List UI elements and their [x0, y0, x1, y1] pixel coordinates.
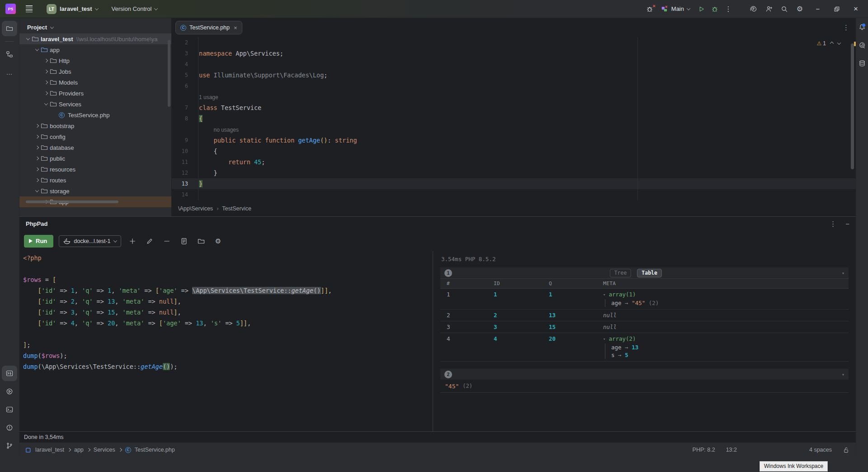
phppad-code-line[interactable]: ]; [23, 339, 433, 350]
chevron-right-icon[interactable] [42, 70, 50, 73]
chevron-down-icon[interactable] [42, 103, 50, 105]
problems-tool-button[interactable] [2, 420, 17, 435]
breadcrumb-namespace[interactable]: \App\Services [178, 205, 213, 212]
tree-item-Services[interactable]: Services [19, 99, 171, 110]
project-tool-button[interactable] [2, 21, 17, 36]
chevron-right-icon[interactable] [42, 59, 50, 62]
tree-item-app[interactable]: app [19, 196, 171, 207]
collapse-caret[interactable]: ▾ [603, 292, 605, 297]
git-tool-button[interactable] [2, 438, 17, 453]
table-view-toggle[interactable]: Table [637, 269, 662, 277]
phppad-code-line[interactable]: ['id' => 3, 'q' => 15, 'meta' => null], [23, 307, 433, 318]
phppad-hide-button[interactable]: − [845, 220, 849, 228]
run-configuration-selector[interactable]: Main [657, 2, 693, 16]
phppad-tool-button[interactable] [2, 366, 17, 381]
tree-item-laravel_test[interactable]: laravel_test\\wsl.localhost\Ubuntu\home\… [19, 33, 171, 44]
tab-close-icon[interactable]: × [234, 24, 237, 31]
open-folder-button[interactable] [195, 235, 207, 247]
tree-item-Http[interactable]: Http [19, 55, 171, 66]
project-widget[interactable]: LT laravel_test [43, 2, 102, 16]
add-user-button[interactable] [762, 2, 776, 16]
editor-line[interactable]: 13} [172, 178, 856, 189]
inspection-widget[interactable]: ⚠1 [817, 40, 840, 47]
phppad-options-button[interactable]: ⋮ [830, 220, 836, 228]
phppad-run-button[interactable]: Run [24, 235, 53, 248]
phppad-code-line[interactable] [23, 329, 433, 339]
result-table-row[interactable]: 2213null [440, 310, 849, 321]
phppad-code-line[interactable]: ['id' => 4, 'q' => 20, 'meta' => ['age' … [23, 318, 433, 329]
chevron-right-icon[interactable] [33, 157, 41, 160]
tree-item-public[interactable]: public [19, 153, 171, 164]
editor-tab[interactable]: C TestService.php × [175, 21, 242, 34]
chevron-right-icon[interactable] [33, 168, 41, 171]
scalar-result-row[interactable]: "45" (2) [440, 380, 849, 393]
project-scrollbar[interactable] [168, 40, 170, 107]
editor-line[interactable]: 8{ [172, 113, 856, 124]
phppad-code-line[interactable]: <?php [23, 253, 433, 263]
more-tools-button[interactable]: … [2, 65, 17, 80]
indent-widget[interactable]: 4 spaces [809, 447, 832, 453]
chevron-down-icon[interactable] [33, 190, 41, 192]
terminal-tool-button[interactable] [2, 402, 17, 417]
breadcrumb-class[interactable]: TestService [222, 205, 251, 212]
tree-item-TestService.php[interactable]: CTestService.php [19, 110, 171, 120]
section-filter-caret[interactable]: ▾ [842, 271, 844, 276]
result-table-row[interactable]: 3315null [440, 321, 849, 333]
tree-item-Models[interactable]: Models [19, 77, 171, 88]
main-menu-button[interactable] [22, 2, 36, 16]
error-stripe-mark[interactable] [854, 42, 856, 46]
tree-item-storage[interactable]: storage [19, 186, 171, 196]
editor-line[interactable]: 14 [172, 189, 856, 200]
structure-tool-button[interactable] [2, 47, 17, 62]
editor-line[interactable]: 1 usage [172, 91, 856, 102]
section-filter-caret[interactable]: ▾ [842, 372, 844, 377]
statusbar-crumb[interactable]: TestService.php [135, 447, 175, 453]
php-version-widget[interactable]: PHP: 8.2 [693, 447, 715, 453]
tab-options-button[interactable]: ⋮ [843, 24, 849, 32]
tree-item-resources[interactable]: resources [19, 164, 171, 175]
phppad-code-editor[interactable]: <?php$rows = [ ['id' => 1, 'q' => 1, 'me… [19, 251, 433, 431]
editor-line[interactable]: 12 } [172, 167, 856, 178]
editor-line[interactable]: 2 [172, 37, 856, 48]
editor-scrollbar[interactable] [851, 43, 854, 169]
editor-line[interactable]: no usages [172, 124, 856, 135]
editor-body[interactable]: 23namespace App\Services;45use Illuminat… [172, 37, 856, 200]
editor-line[interactable]: 6 [172, 81, 856, 91]
window-minimize-button[interactable]: − [810, 2, 826, 16]
phppad-code-line[interactable]: $rows = [ [23, 274, 433, 285]
run-button[interactable] [694, 2, 708, 16]
tree-item-Jobs[interactable]: Jobs [19, 66, 171, 77]
tree-item-bootstrap[interactable]: bootstrap [19, 120, 171, 131]
phppad-code-line[interactable]: dump(\App\Services\TestService::getAge()… [23, 361, 433, 372]
phppad-settings-button[interactable]: ⚙ [212, 235, 224, 247]
chevron-down-icon[interactable] [33, 48, 41, 51]
add-pad-button[interactable] [127, 235, 138, 247]
statusbar-crumb[interactable]: Services [94, 447, 115, 453]
editor-line[interactable]: 5use Illuminate\Support\Facades\Log; [172, 70, 856, 81]
tree-item-database[interactable]: database [19, 142, 171, 153]
vcs-menu[interactable]: Version Control [108, 2, 161, 16]
window-restore-button[interactable] [829, 2, 844, 16]
phppad-code-line[interactable]: ['id' => 1, 'q' => 1, 'meta' => ['age' =… [23, 285, 433, 296]
chevron-up-icon[interactable] [830, 42, 834, 45]
history-button[interactable] [178, 235, 190, 247]
tree-item-app[interactable]: app [19, 44, 171, 55]
run-tool-button[interactable] [2, 384, 17, 399]
code-with-me-button[interactable] [747, 2, 760, 16]
editor-line[interactable]: 9 public static function getAge(): strin… [172, 135, 856, 146]
tree-item-routes[interactable]: routes [19, 175, 171, 186]
editor-line[interactable]: 4 [172, 59, 856, 70]
interpreter-selector[interactable]: docke...l.test-1 [59, 235, 121, 247]
chevron-right-icon[interactable] [33, 124, 41, 127]
readonly-lock-button[interactable] [843, 447, 849, 453]
caret-position-widget[interactable]: 13:2 [726, 447, 737, 453]
statusbar-crumb[interactable]: app [74, 447, 84, 453]
notifications-button[interactable] [857, 22, 868, 33]
horizontal-scrollbar[interactable] [26, 200, 118, 203]
chevron-down-icon[interactable] [837, 41, 841, 44]
phppad-code-line[interactable]: dump($rows); [23, 350, 433, 361]
window-close-button[interactable]: × [848, 2, 863, 16]
result-table-row[interactable]: 111▾array(1)age → "45" (2) [440, 289, 849, 310]
search-everywhere-button[interactable] [778, 2, 791, 16]
more-actions-button[interactable]: ⋮ [722, 2, 735, 16]
